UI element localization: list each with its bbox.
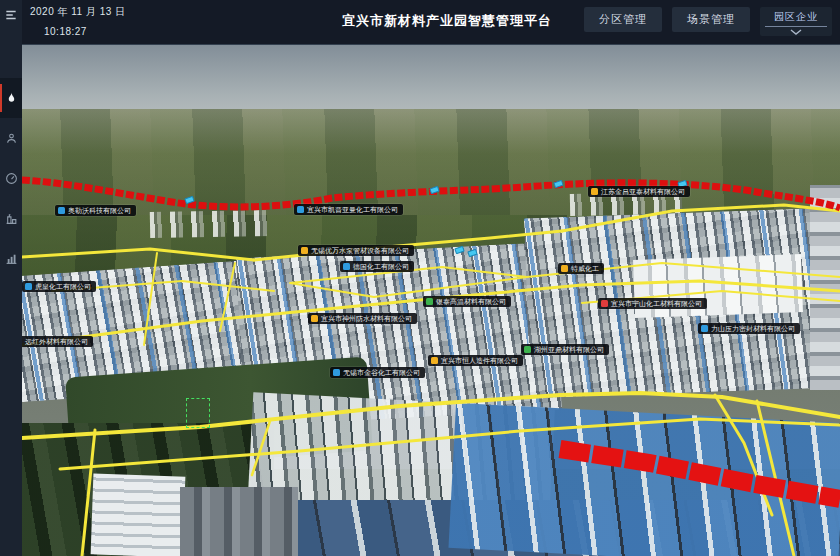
- sidebar-item-menu[interactable]: [0, 0, 22, 30]
- company-marker-icon: [426, 298, 433, 305]
- factory-icon: [5, 212, 18, 225]
- smart-park-platform-window: 2020 年 11 月 13 日 10:18:27 宜兴市新材料产业园智慧管理平…: [0, 0, 840, 556]
- company-label-text: 宜兴市恒人造件有限公司: [441, 357, 518, 364]
- company-marker-icon: [524, 346, 531, 353]
- company-label[interactable]: 宜兴市神州防水材料有限公司: [308, 313, 417, 324]
- menu-icon: [4, 8, 18, 22]
- red-route-lower: [560, 449, 840, 499]
- company-label[interactable]: 无锡优万水泵管材设备有限公司: [298, 245, 414, 256]
- yellow-road-line: [22, 249, 254, 260]
- company-label-text: 湖州亚鼎材料有限公司: [534, 346, 604, 353]
- gauge-icon: [5, 172, 18, 185]
- company-label[interactable]: 银泰高温材料有限公司: [423, 296, 511, 307]
- company-label-text: 德国化工有限公司: [353, 263, 409, 270]
- park-enterprise-dropdown[interactable]: 园区企业: [760, 7, 832, 36]
- dropdown-underline: [765, 26, 827, 27]
- company-marker-icon: [343, 263, 350, 270]
- company-label-text: 宜兴市宇山化工材料有限公司: [611, 300, 702, 307]
- company-label-text: 无锡市金谷化工有限公司: [343, 369, 420, 376]
- company-label[interactable]: 江苏金昌亚泰材料有限公司: [588, 186, 690, 197]
- partition-management-button[interactable]: 分区管理: [584, 7, 662, 32]
- company-label-text: 特威化工: [571, 265, 599, 272]
- yellow-road-line: [220, 263, 235, 331]
- company-marker-icon: [701, 325, 708, 332]
- company-label-text: 无锡优万水泵管材设备有限公司: [311, 247, 409, 254]
- company-label-text: 力山压力密封材料有限公司: [711, 325, 795, 332]
- company-marker-icon: [25, 283, 32, 290]
- header-actions: 分区管理 场景管理 园区企业: [584, 7, 832, 36]
- flame-icon: [5, 91, 18, 105]
- company-marker-icon: [301, 247, 308, 254]
- sidebar-item-enterprise[interactable]: [0, 198, 22, 238]
- yellow-road-line: [144, 253, 157, 345]
- company-label[interactable]: 无锡市金谷化工有限公司: [330, 367, 425, 378]
- sidebar-item-statistics[interactable]: [0, 238, 22, 278]
- company-label-text: 宜兴市神州防水材料有限公司: [321, 315, 412, 322]
- sidebar-nav: [0, 0, 22, 556]
- company-marker-icon: [297, 206, 304, 213]
- company-label[interactable]: 宜兴市宇山化工材料有限公司: [598, 298, 707, 309]
- company-label[interactable]: 虎皇化工有限公司: [22, 281, 96, 292]
- page-title: 宜兴市新材料产业园智慧管理平台: [342, 12, 552, 30]
- sidebar-item-fire-monitor[interactable]: [0, 78, 22, 118]
- company-label[interactable]: 德国化工有限公司: [340, 261, 414, 272]
- company-label[interactable]: 特威化工: [558, 263, 604, 274]
- company-marker-icon: [311, 315, 318, 322]
- company-marker-icon: [58, 207, 65, 214]
- company-label-text: 远红外材料有限公司: [25, 338, 88, 345]
- company-label[interactable]: 湖州亚鼎材料有限公司: [521, 344, 609, 355]
- sidebar-items: [0, 78, 22, 278]
- company-label-text: 奥勒沃科技有限公司: [68, 207, 131, 214]
- company-label[interactable]: 宜兴市恒人造件有限公司: [428, 355, 523, 366]
- company-marker-icon: [601, 300, 608, 307]
- datetime-display: 2020 年 11 月 13 日 10:18:27: [30, 5, 126, 37]
- selection-box[interactable]: [186, 398, 210, 428]
- company-marker-icon: [333, 369, 340, 376]
- yellow-road-line: [252, 421, 270, 475]
- bar-chart-icon: [5, 252, 18, 265]
- scene-management-button[interactable]: 场景管理: [672, 7, 750, 32]
- sidebar-item-energy[interactable]: [0, 158, 22, 198]
- company-label[interactable]: 远红外材料有限公司: [22, 336, 93, 347]
- company-label-text: 宜兴市凯晋亚曼化工有限公司: [307, 206, 398, 213]
- map-canvas[interactable]: 奥勒沃科技有限公司宜兴市凯晋亚曼化工有限公司无锡优万水泵管材设备有限公司德国化工…: [22, 45, 840, 556]
- company-label[interactable]: 奥勒沃科技有限公司: [55, 205, 136, 216]
- yellow-road-line: [82, 430, 95, 556]
- company-label-text: 江苏金昌亚泰材料有限公司: [601, 188, 685, 195]
- person-icon: [5, 132, 18, 145]
- company-label[interactable]: 力山压力密封材料有限公司: [698, 323, 800, 334]
- sidebar-item-personnel[interactable]: [0, 118, 22, 158]
- company-label-text: 银泰高温材料有限公司: [436, 298, 506, 305]
- header-bar: 2020 年 11 月 13 日 10:18:27 宜兴市新材料产业园智慧管理平…: [0, 0, 840, 45]
- current-time: 10:18:27: [44, 26, 126, 37]
- company-marker-icon: [561, 265, 568, 272]
- chevron-down-icon: [790, 29, 802, 35]
- company-marker-icon: [591, 188, 598, 195]
- current-date: 2020 年 11 月 13 日: [30, 5, 126, 19]
- yellow-road-line: [715, 395, 772, 515]
- company-label[interactable]: 宜兴市凯晋亚曼化工有限公司: [294, 204, 403, 215]
- yellow-road-line: [562, 205, 840, 231]
- company-label-text: 虎皇化工有限公司: [35, 283, 91, 290]
- dropdown-label: 园区企业: [764, 10, 828, 26]
- company-marker-icon: [431, 357, 438, 364]
